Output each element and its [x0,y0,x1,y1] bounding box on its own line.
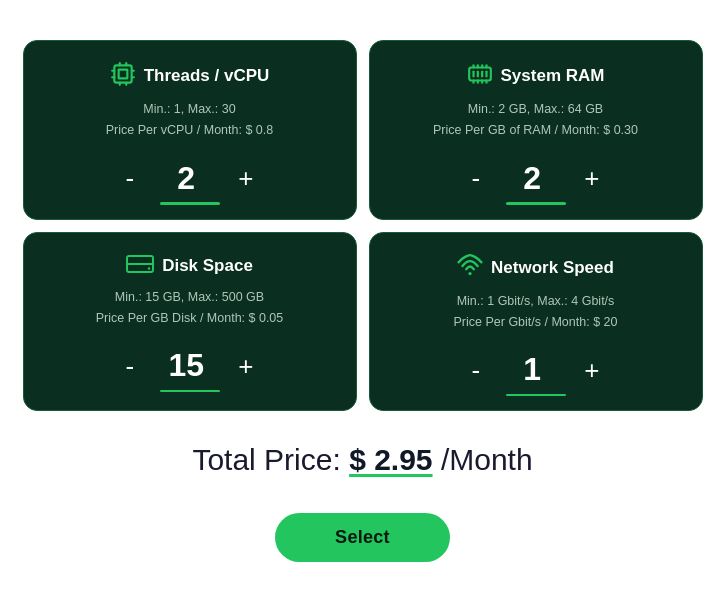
resource-grid: Threads / vCPU Min.: 1, Max.: 30Price Pe… [23,40,703,411]
stepper-underline-disk [160,390,220,393]
svg-rect-13 [481,71,483,78]
svg-rect-12 [476,71,478,78]
increment-disk[interactable]: + [234,353,257,379]
card-title-cpu: Threads / vCPU [144,66,270,86]
card-info-ram: Min.: 2 GB, Max.: 64 GBPrice Per GB of R… [433,99,638,142]
svg-rect-0 [114,65,131,82]
card-network: Network Speed Min.: 1 Gbit/s, Max.: 4 Gb… [369,232,703,412]
svg-point-18 [468,271,471,274]
value-cpu: 2 [166,160,206,197]
svg-rect-14 [485,71,487,78]
card-cpu: Threads / vCPU Min.: 1, Max.: 30Price Pe… [23,40,357,220]
card-info-network: Min.: 1 Gbit/s, Max.: 4 Gbit/sPrice Per … [454,291,618,334]
network-icon [457,253,483,283]
stepper-disk: - 15 + [48,347,332,384]
card-info-disk: Min.: 15 GB, Max.: 500 GBPrice Per GB Di… [96,287,284,330]
card-title-network: Network Speed [491,258,614,278]
total-price: $ 2.95 [349,443,432,476]
card-header-network: Network Speed [457,253,614,283]
stepper-cpu: - 2 + [48,160,332,197]
total-section: Total Price: $ 2.95 /Month [192,443,532,477]
card-disk: Disk Space Min.: 15 GB, Max.: 500 GBPric… [23,232,357,412]
increment-ram[interactable]: + [580,165,603,191]
increment-network[interactable]: + [580,357,603,383]
card-header-disk: Disk Space [126,253,253,279]
decrement-disk[interactable]: - [122,353,139,379]
cpu-icon [110,61,136,91]
card-title-disk: Disk Space [162,256,253,276]
stepper-underline-cpu [160,202,220,205]
svg-rect-1 [118,70,127,79]
select-button[interactable]: Select [275,513,450,562]
total-label: Total Price: [192,443,349,476]
card-ram: System RAM Min.: 2 GB, Max.: 64 GBPrice … [369,40,703,220]
stepper-ram: - 2 + [394,160,678,197]
decrement-cpu[interactable]: - [122,165,139,191]
value-disk: 15 [166,347,206,384]
increment-cpu[interactable]: + [234,165,257,191]
value-network: 1 [512,351,552,388]
card-title-ram: System RAM [501,66,605,86]
value-ram: 2 [512,160,552,197]
svg-point-17 [148,267,150,269]
ram-icon [467,61,493,91]
card-info-cpu: Min.: 1, Max.: 30Price Per vCPU / Month:… [106,99,273,142]
decrement-network[interactable]: - [468,357,485,383]
card-header-ram: System RAM [467,61,605,91]
total-per-month: /Month [433,443,533,476]
stepper-underline-network [506,394,566,397]
svg-rect-10 [469,68,491,81]
svg-rect-11 [472,71,474,78]
card-header-cpu: Threads / vCPU [110,61,270,91]
stepper-network: - 1 + [394,351,678,388]
disk-icon [126,253,154,279]
decrement-ram[interactable]: - [468,165,485,191]
stepper-underline-ram [506,202,566,205]
